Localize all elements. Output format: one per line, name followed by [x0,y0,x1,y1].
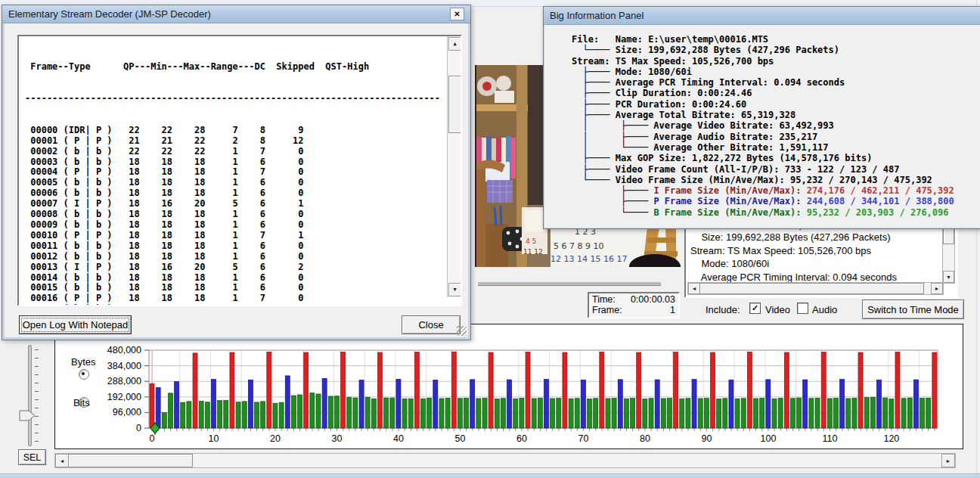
info-line: │ ├──── Average Video Bitrate: 63,492,99… [572,120,980,131]
info-line: Mode: 1080/60i [690,257,941,270]
svg-text:60: 60 [516,433,527,444]
svg-text:288,000: 288,000 [107,376,141,386]
table-row: 00003 ( b | b ) 18 18 18 1 6 0 [25,157,461,168]
time-frame-box: Time: 0:00:00.03 Frame: 1 [588,292,680,318]
svg-text:384,000: 384,000 [107,361,141,371]
table-row: 00011 ( b | b ) 18 18 18 1 6 0 [25,241,461,252]
svg-text:50: 50 [455,433,466,444]
info-line: └──── B Frame Size (Min/Ave/Max): 95,232… [572,207,980,218]
time-label: Time: [592,294,616,305]
svg-text:192,000: 192,000 [107,392,141,402]
scroll-down-button[interactable]: ▼ [943,271,954,283]
include-video-checkbox[interactable]: ✓ [749,303,761,314]
info-line: ├──── Video Frame Count (All-I/P/B): 733… [572,164,980,175]
svg-text:120: 120 [883,433,899,444]
sel-button[interactable]: SEL [18,449,46,465]
bytes-radio-label: Bytes [71,356,96,368]
info-line: ├──── Mode: 1080/60i [572,67,980,77]
frame-label: Frame: [592,305,622,315]
small-calendar-row2: 11 12 [523,248,543,256]
es-log-view[interactable]: Frame--Type QP---Min---Max--Range---DC S… [17,35,462,306]
svg-text:0: 0 [150,433,155,444]
include-label: Include: [706,304,740,315]
window-title: Elementary Stream Decoder (JM-SP Decoder… [8,8,211,20]
arrow-right-icon: ► [946,458,951,464]
table-row: 00016 ( P | P ) 18 18 18 1 7 0 [25,293,461,304]
table-row: 00002 ( b | b ) 22 22 22 1 7 0 [25,147,461,157]
scroll-left-button[interactable]: ◄ [55,454,69,467]
zoom-slider-track[interactable] [28,345,32,446]
info-line: ├──── Max GOP Size: 1,822,272 Bytes (14,… [572,153,980,163]
svg-text:70: 70 [578,433,589,444]
include-audio-label: Audio [812,304,837,315]
info-line: └──── Video Frame Size (Min/Ave/Max): 95… [572,175,980,185]
check-icon: ✓ [752,303,758,313]
resize-grip-icon[interactable] [457,326,467,336]
svg-text:96,000: 96,000 [113,407,141,417]
stream-info-hscrollbar[interactable]: ◄ ► [687,282,944,295]
svg-text:0: 0 [136,423,141,433]
svg-text:30: 30 [332,433,343,444]
svg-text:110: 110 [822,433,837,444]
es-log-scroll-thumb[interactable] [448,76,461,133]
table-row: 00005 ( b | b ) 18 18 18 1 6 0 [25,178,461,188]
table-row: 00014 ( b | b ) 18 18 18 1 6 0 [25,273,461,284]
svg-text:20: 20 [270,433,281,444]
svg-text:90: 90 [701,433,712,444]
chart-hscrollbar-thumb[interactable] [68,454,193,467]
svg-text:480,000: 480,000 [107,345,141,355]
table-separator: ----------------------------------------… [25,94,461,104]
video-position-slider[interactable] [478,282,661,286]
big-info-content: File: Name: E:\user\temp\00016.MTS └────… [572,34,980,225]
es-decoder-titlebar[interactable]: Elementary Stream Decoder (JM-SP Decoder… [2,5,470,23]
svg-text:10: 10 [209,433,219,444]
info-line: Stream: TS Max Speed: 105,526,700 bps [690,244,941,257]
arrow-down-icon: ▼ [453,287,456,293]
table-row: 00000 (IDR| P ) 22 22 28 7 8 9 [25,126,461,136]
arrow-left-icon: ◄ [692,286,697,291]
frame-value: 1 [670,305,675,315]
time-value: 0:00:00.03 [631,294,675,305]
scroll-right-button[interactable]: ► [931,283,943,294]
info-line: ├──── I Frame Size (Min/Ave/Max): 274,17… [572,185,980,196]
frame-size-chart-svg: 480,000384,000288,000192,00096,000001020… [55,324,961,447]
info-line: ├──── Clip Duration: 0:00:24.46 [572,88,980,98]
arrow-left-icon: ◄ [60,458,65,464]
svg-text:80: 80 [640,433,650,444]
close-button[interactable]: Close [402,315,461,334]
frame-size-chart-box[interactable]: 480,000384,000288,000192,00096,000001020… [54,324,963,449]
chart-hscrollbar[interactable]: ◄ ► [54,453,956,468]
scroll-left-button[interactable]: ◄ [688,283,700,294]
include-audio-checkbox[interactable] [797,303,808,314]
table-header: Frame--Type QP---Min---Max--Range---DC S… [25,62,461,73]
zoom-slider-ticks [35,349,39,443]
open-log-button[interactable]: Open Log With Notepad [19,315,132,334]
bits-radio-label: Bits [73,397,90,408]
small-calendar-row1: 4 5 [526,237,536,245]
es-table-rows: 00000 (IDR| P ) 22 22 28 7 8 9 00001 ( P… [25,126,461,306]
main-window-bottom-edge [0,473,980,478]
zoom-slider-thumb[interactable] [19,410,36,421]
scroll-right-button[interactable]: ► [941,454,955,467]
table-row: 00012 ( b | b ) 18 18 18 1 6 0 [25,252,461,262]
scroll-up-button[interactable]: ▲ [448,37,461,51]
table-row: 00015 ( b | b ) 18 18 18 1 6 0 [25,283,461,293]
table-row: 00007 ( I | P ) 18 16 20 5 6 1 [25,199,461,210]
close-icon[interactable]: ✕ [450,8,464,20]
info-line: ├──── P Frame Size (Min/Ave/Max): 244,60… [572,196,980,206]
table-row: 00009 ( b | b ) 18 18 18 1 6 0 [25,220,461,231]
table-row: 00001 ( P | P ) 21 21 22 2 8 12 [25,136,461,147]
info-line: Size: 199,692,288 Bytes (427,296 Packets… [690,231,941,244]
switch-to-time-mode-button[interactable]: Switch to Time Mode [862,300,964,319]
arrow-right-icon: ► [935,286,940,291]
calendar-row2: 5 6 7 8 9 10 [554,241,603,251]
scroll-down-button[interactable]: ▼ [448,283,461,296]
big-info-titlebar[interactable]: Big Information Panel [544,7,980,25]
es-log-vscrollbar[interactable]: ▲ ▼ [447,36,461,297]
bytes-radio[interactable] [79,369,89,380]
info-line: ├──── PCR Duration: 0:00:24.60 [572,99,980,110]
big-information-panel: Big Information Panel File: Name: E:\use… [543,6,980,229]
arrow-up-icon: ▲ [453,41,456,47]
es-decoder-client: Frame--Type QP---Min---Max--Range---DC S… [5,23,468,337]
info-line: └──── Size: 199,692,288 Bytes (427,296 P… [572,45,980,55]
